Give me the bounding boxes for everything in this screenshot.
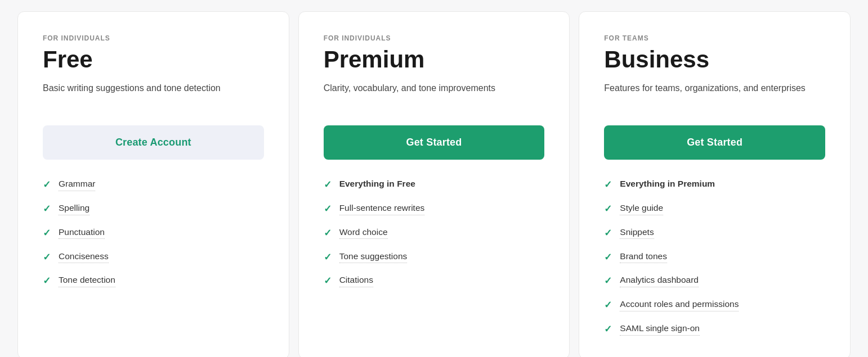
feature-item: ✓Snippets <box>604 226 825 240</box>
plan-type-label: FOR INDIVIDUALS <box>324 34 545 42</box>
feature-text: Everything in Premium <box>620 178 715 191</box>
feature-text: SAML single sign-on <box>620 322 700 336</box>
pricing-card-business: FOR TEAMSBusinessFeatures for teams, org… <box>579 11 851 357</box>
plan-name: Free <box>43 47 264 73</box>
feature-text: Account roles and permissions <box>620 298 739 311</box>
feature-item: ✓Brand tones <box>604 250 825 264</box>
check-icon: ✓ <box>324 251 332 264</box>
feature-text: Citations <box>339 274 373 287</box>
feature-item: ✓Style guide <box>604 202 825 216</box>
check-icon: ✓ <box>43 227 51 240</box>
feature-text: Punctuation <box>59 226 105 239</box>
check-icon: ✓ <box>604 299 612 312</box>
feature-item: ✓Punctuation <box>43 226 264 240</box>
feature-text: Conciseness <box>59 250 109 264</box>
check-icon: ✓ <box>324 227 332 240</box>
feature-text: Snippets <box>620 226 654 239</box>
feature-item: ✓Account roles and permissions <box>604 298 825 312</box>
feature-item: ✓Grammar <box>43 178 264 192</box>
feature-text: Full-sentence rewrites <box>339 202 425 215</box>
check-icon: ✓ <box>43 251 51 264</box>
check-icon: ✓ <box>604 274 612 288</box>
pricing-card-free: FOR INDIVIDUALSFreeBasic writing suggest… <box>17 11 289 357</box>
check-icon: ✓ <box>604 251 612 264</box>
feature-text: Analytics dashboard <box>620 274 699 287</box>
feature-item: ✓Tone suggestions <box>324 250 545 264</box>
check-icon: ✓ <box>324 178 332 192</box>
pricing-container: FOR INDIVIDUALSFreeBasic writing suggest… <box>17 11 851 357</box>
features-list: ✓Grammar✓Spelling✓Punctuation✓Concisenes… <box>43 178 264 288</box>
check-icon: ✓ <box>43 274 51 288</box>
feature-text: Everything in Free <box>339 178 415 191</box>
feature-item: ✓SAML single sign-on <box>604 322 825 336</box>
check-icon: ✓ <box>43 202 51 216</box>
check-icon: ✓ <box>324 202 332 216</box>
feature-text: Word choice <box>339 226 388 239</box>
feature-item: ✓Citations <box>324 274 545 288</box>
feature-item: ✓Full-sentence rewrites <box>324 202 545 216</box>
get-started-button[interactable]: Get Started <box>604 125 825 160</box>
plan-name: Premium <box>324 47 545 73</box>
feature-item: ✓Tone detection <box>43 274 264 288</box>
feature-text: Tone detection <box>59 274 115 287</box>
check-icon: ✓ <box>604 227 612 240</box>
check-icon: ✓ <box>604 323 612 336</box>
features-list: ✓Everything in Premium✓Style guide✓Snipp… <box>604 178 825 336</box>
feature-item: ✓Everything in Free <box>324 178 545 192</box>
check-icon: ✓ <box>604 178 612 192</box>
plan-description: Clarity, vocabulary, and tone improvemen… <box>324 82 545 110</box>
feature-item: ✓Everything in Premium <box>604 178 825 192</box>
feature-text: Grammar <box>59 178 95 191</box>
feature-text: Tone suggestions <box>339 250 408 264</box>
feature-item: ✓Conciseness <box>43 250 264 264</box>
features-list: ✓Everything in Free✓Full-sentence rewrit… <box>324 178 545 288</box>
feature-text: Style guide <box>620 202 663 215</box>
feature-text: Spelling <box>59 202 90 215</box>
check-icon: ✓ <box>324 274 332 288</box>
create-account-button[interactable]: Create Account <box>43 125 264 160</box>
check-icon: ✓ <box>604 202 612 216</box>
feature-item: ✓Analytics dashboard <box>604 274 825 288</box>
plan-type-label: FOR TEAMS <box>604 34 825 42</box>
plan-name: Business <box>604 47 825 73</box>
plan-description: Basic writing suggestions and tone detec… <box>43 82 264 110</box>
check-icon: ✓ <box>43 178 51 192</box>
get-started-button[interactable]: Get Started <box>324 125 545 160</box>
plan-type-label: FOR INDIVIDUALS <box>43 34 264 42</box>
feature-item: ✓Word choice <box>324 226 545 240</box>
feature-item: ✓Spelling <box>43 202 264 216</box>
feature-text: Brand tones <box>620 250 667 264</box>
plan-description: Features for teams, organizations, and e… <box>604 82 825 110</box>
pricing-card-premium: FOR INDIVIDUALSPremiumClarity, vocabular… <box>298 11 570 357</box>
